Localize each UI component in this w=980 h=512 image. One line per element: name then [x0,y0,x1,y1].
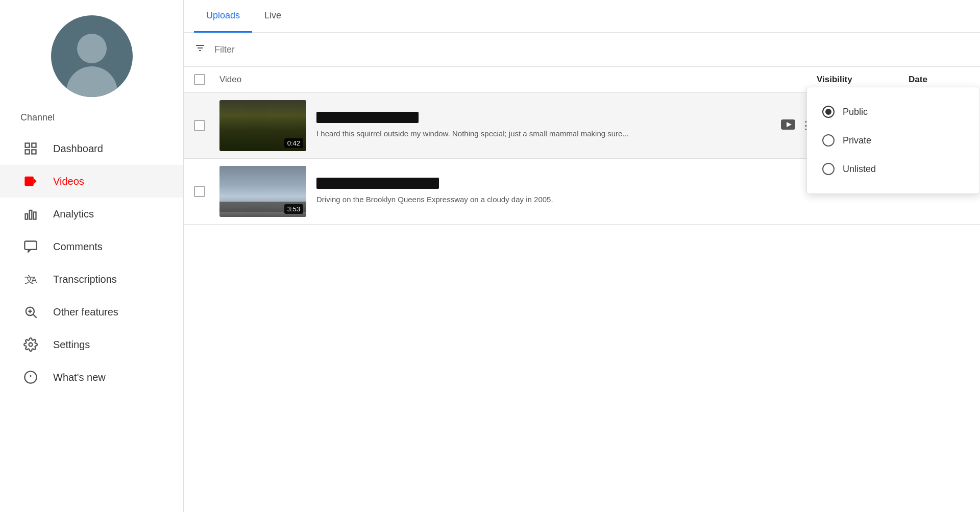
row1-thumbnail: 0:42 [219,100,306,151]
radio-private [822,134,835,147]
visibility-unlisted-label: Unlisted [843,164,876,175]
sidebar-item-other-features[interactable]: Other features [0,296,183,328]
sidebar-item-comments[interactable]: Comments [0,230,183,263]
svg-rect-3 [32,150,36,154]
row1-title-bar [316,112,771,123]
sidebar-item-label-transcriptions: Transcriptions [53,274,117,285]
row2-info: Driving on the Brooklyn Queens Expresswa… [306,178,812,206]
tab-live[interactable]: Live [252,0,293,33]
tabs-bar: Uploads Live [184,0,980,33]
channel-label: Channel [0,112,55,123]
alert-icon [20,370,41,384]
youtube-icon[interactable] [781,119,795,132]
sidebar-item-dashboard[interactable]: Dashboard [0,132,183,165]
sidebar-item-analytics[interactable]: Analytics [0,198,183,230]
sidebar-item-settings[interactable]: Settings [0,328,183,361]
sidebar-item-transcriptions[interactable]: 文 A Transcriptions [0,263,183,296]
row2-checkbox[interactable] [194,186,205,197]
row2-description: Driving on the Brooklyn Queens Expresswa… [316,194,801,206]
radio-public-inner [825,109,831,115]
visibility-option-unlisted[interactable]: Unlisted [807,155,979,183]
visibility-dropdown: Public Private Unlisted [806,87,980,194]
avatar-body [66,66,117,97]
svg-line-13 [33,314,37,318]
row1-duration: 0:42 [284,138,303,148]
svg-rect-0 [26,143,30,148]
svg-rect-9 [24,241,36,250]
visibility-option-public[interactable]: Public [807,97,979,126]
row2-duration: 3:53 [284,204,303,214]
sidebar-item-whats-new[interactable]: What's new [0,361,183,394]
bar-chart-icon [20,207,41,221]
visibility-public-label: Public [843,107,868,117]
main-content: Uploads Live Video Visibility Date [184,0,980,512]
header-date-col: Date [909,75,970,85]
svg-rect-6 [26,214,28,220]
sidebar-item-label-analytics: Analytics [53,208,94,220]
transcription-icon: 文 A [20,272,41,286]
tab-uploads[interactable]: Uploads [194,0,252,33]
visibility-private-label: Private [843,135,871,146]
row2-checkbox-col [194,186,219,197]
sidebar-item-label-settings: Settings [53,339,90,351]
row2-title-bar [316,178,801,189]
select-all-checkbox[interactable] [194,74,205,85]
sidebar-item-label-whats-new: What's new [53,372,106,383]
grid-icon [20,141,41,156]
visibility-option-private[interactable]: Private [807,126,979,155]
radio-unlisted [822,163,835,175]
row1-checkbox-col [194,120,219,131]
svg-rect-4 [24,177,34,186]
row1-info: I heard this squirrel outside my window.… [306,112,781,140]
row2-title-redacted [316,178,439,189]
sidebar-item-label-comments: Comments [53,241,103,253]
header-video-col: Video [219,75,817,85]
video-icon [20,174,41,188]
radio-public [822,106,835,118]
svg-rect-8 [34,212,36,220]
svg-rect-2 [26,150,30,154]
sidebar-item-label-dashboard: Dashboard [53,143,103,155]
sidebar-item-videos[interactable]: Videos [0,165,183,198]
avatar-person [51,15,133,97]
comment-icon [20,239,41,254]
row1-title-redacted [316,112,419,123]
filter-icon [194,42,206,57]
svg-marker-5 [34,178,37,184]
sidebar-item-label-other-features: Other features [53,306,118,318]
avatar [51,15,133,97]
sidebar-item-label-videos: Videos [53,176,84,187]
filter-bar [184,33,980,67]
row2-thumbnail: 3:53 [219,166,306,217]
row1-checkbox[interactable] [194,120,205,131]
other-features-icon [20,305,41,319]
avatar-head [77,34,107,63]
header-checkbox-col [194,74,219,85]
avatar-container [0,15,183,97]
sidebar: Channel Dashboard Videos Analytics [0,0,184,512]
svg-rect-7 [30,210,32,220]
row1-description: I heard this squirrel outside my window.… [316,128,771,140]
filter-input[interactable] [214,44,368,55]
svg-point-16 [29,343,33,347]
svg-rect-1 [32,143,36,148]
gear-icon [20,337,41,352]
svg-text:A: A [31,275,37,284]
header-visibility-col: Visibility [817,75,909,85]
